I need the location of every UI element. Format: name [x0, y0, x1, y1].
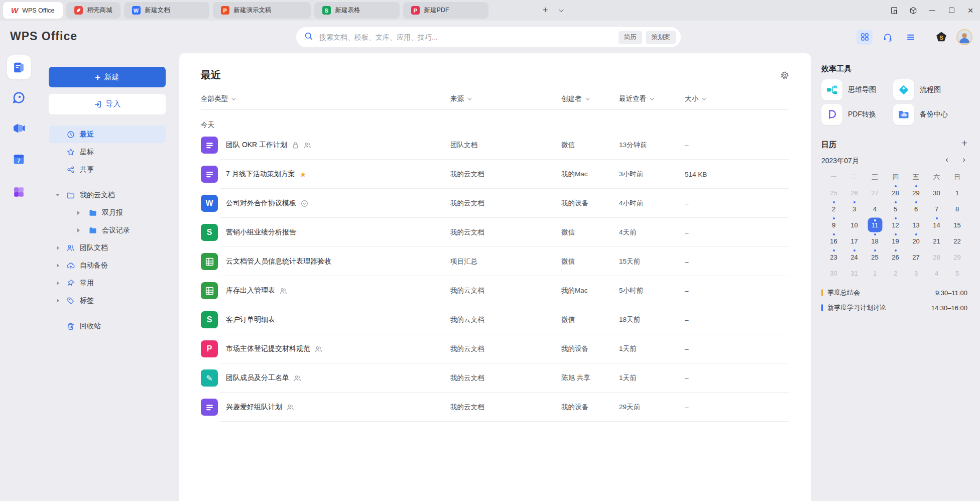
- filter-大小[interactable]: 大小: [685, 94, 705, 103]
- calendar-day[interactable]: 2: [823, 201, 844, 217]
- tab-5[interactable]: S新建表格: [314, 2, 400, 19]
- tab-2[interactable]: 稻壳商城: [66, 2, 120, 19]
- file-row[interactable]: 7 月线下活动策划方案★我的云文档我的Mac3小时前514 KB: [179, 160, 811, 189]
- maximize-button[interactable]: [942, 0, 961, 21]
- menu-icon[interactable]: [903, 30, 919, 45]
- tab-1[interactable]: WWPS Office: [3, 2, 63, 19]
- calendar-day[interactable]: 10: [844, 217, 865, 233]
- sidebar-item-团队文档[interactable]: 团队文档: [49, 239, 166, 257]
- calendar-day[interactable]: 25: [865, 249, 885, 265]
- chevron-right-icon[interactable]: [76, 228, 81, 232]
- add-event-button[interactable]: +: [961, 138, 967, 148]
- sidebar-item-双月报[interactable]: 双月报: [49, 204, 166, 221]
- calendar-day[interactable]: 3: [906, 265, 926, 281]
- chevron-right-icon[interactable]: [55, 264, 60, 268]
- calendar-day[interactable]: 29: [947, 249, 967, 265]
- calendar-day[interactable]: 31: [844, 265, 865, 281]
- filter-最近查看[interactable]: 最近查看: [619, 94, 653, 103]
- calendar-day[interactable]: 20: [906, 233, 926, 249]
- sidebar-item-会议记录[interactable]: 会议记录: [49, 221, 166, 239]
- tab-4[interactable]: P新建演示文稿: [213, 2, 311, 19]
- rail-item-chat[interactable]: [7, 85, 31, 109]
- sidebar-item-最近[interactable]: 最近: [49, 126, 166, 143]
- search-tag-chip[interactable]: 简历: [619, 31, 642, 44]
- file-row[interactable]: S营销小组业绩分析报告我的云文档微信4天前–: [179, 218, 811, 247]
- sidebar-item-自动备份[interactable]: 自动备份: [49, 257, 166, 274]
- chevron-right-icon[interactable]: [55, 246, 60, 250]
- device-button[interactable]: [885, 0, 904, 21]
- calendar-day[interactable]: 16: [823, 233, 844, 249]
- file-row[interactable]: 库存出入管理表我的云文档我的Mac5小时前–: [179, 276, 811, 305]
- calendar-day[interactable]: 9: [823, 217, 844, 233]
- calendar-day[interactable]: 8: [947, 201, 967, 217]
- file-row[interactable]: 云文档管人员信息统计表理器验收项目汇总微信15天前–: [179, 247, 811, 276]
- calendar-day[interactable]: 19: [885, 233, 906, 249]
- calendar-day[interactable]: 14: [926, 217, 947, 233]
- import-button[interactable]: 导入: [49, 94, 166, 114]
- avatar[interactable]: [956, 29, 972, 45]
- tool-流程图[interactable]: 流程图: [893, 79, 941, 100]
- calendar-day[interactable]: 22: [947, 233, 967, 249]
- calendar-day[interactable]: 7: [926, 201, 947, 217]
- new-document-button[interactable]: + 新建: [49, 67, 166, 87]
- calendar-day[interactable]: 4: [865, 201, 885, 217]
- tab-3[interactable]: W新建文档: [124, 2, 209, 19]
- headset-support-icon[interactable]: [880, 30, 896, 45]
- calendar-day[interactable]: 4: [926, 265, 947, 281]
- calendar-event[interactable]: 新季度学习计划讨论14:30–16:00: [821, 300, 969, 315]
- calendar-day-selected[interactable]: 11: [865, 217, 885, 233]
- chevron-right-icon[interactable]: [76, 211, 81, 215]
- chevron-down-icon[interactable]: [55, 194, 60, 196]
- rail-item-meeting[interactable]: [7, 116, 31, 140]
- calendar-day[interactable]: 18: [865, 233, 885, 249]
- calendar-day[interactable]: 3: [844, 201, 865, 217]
- close-button[interactable]: ×: [961, 0, 980, 21]
- calendar-day[interactable]: 25: [823, 185, 844, 201]
- calendar-day[interactable]: 27: [865, 185, 885, 201]
- sidebar-item-星标[interactable]: 星标: [49, 143, 166, 161]
- rail-item-calendar-7[interactable]: 7: [7, 147, 31, 171]
- calendar-next-button[interactable]: ›: [962, 155, 965, 164]
- calendar-day[interactable]: 12: [885, 217, 906, 233]
- home-grid-button[interactable]: [856, 30, 873, 45]
- calendar-day[interactable]: 2: [885, 265, 906, 281]
- filter-全部类型[interactable]: 全部类型: [201, 94, 234, 103]
- calendar-day[interactable]: 21: [926, 233, 947, 249]
- tool-思维导图[interactable]: 思维导图: [821, 79, 876, 100]
- tool-PDF转换[interactable]: PDF转换: [821, 104, 876, 125]
- minimize-button[interactable]: [923, 0, 942, 21]
- file-row[interactable]: ✎团队成员及分工名单我的云文档陈旭 共享1天前–: [179, 363, 811, 393]
- search-input[interactable]: [318, 33, 619, 42]
- tab-6[interactable]: P新建PDF: [403, 2, 488, 19]
- calendar-day[interactable]: 17: [844, 233, 865, 249]
- calendar-day[interactable]: 27: [906, 249, 926, 265]
- calendar-day[interactable]: 26: [844, 185, 865, 201]
- sidebar-item-回收站[interactable]: 回收站: [49, 317, 166, 335]
- sidebar-item-共享[interactable]: 共享: [49, 161, 166, 178]
- rail-item-docs[interactable]: [7, 55, 31, 79]
- calendar-day[interactable]: 15: [947, 217, 967, 233]
- calendar-prev-button[interactable]: ‹: [945, 155, 948, 164]
- file-row[interactable]: 团队 OKR 工作计划团队文档微信13分钟前–: [179, 131, 811, 160]
- calendar-day[interactable]: 26: [885, 249, 906, 265]
- sidebar-item-常用[interactable]: 常用: [49, 274, 166, 292]
- rail-item-apps[interactable]: [7, 180, 31, 204]
- cube-button[interactable]: [904, 0, 923, 21]
- search-tag-chip[interactable]: 策划案: [646, 31, 676, 44]
- file-row[interactable]: S客户订单明细表我的云文档微信18天前–: [179, 305, 811, 334]
- file-row[interactable]: 兴趣爱好组队计划我的云文档我的设备29天前–: [179, 393, 811, 422]
- chevron-right-icon[interactable]: [55, 281, 60, 285]
- file-row[interactable]: W公司对外合作协议模板我的云文档我的设备4小时前–: [179, 189, 811, 218]
- calendar-day[interactable]: 24: [844, 249, 865, 265]
- calendar-day[interactable]: 5: [947, 265, 967, 281]
- chevron-right-icon[interactable]: [55, 299, 60, 303]
- calendar-day[interactable]: 6: [906, 201, 926, 217]
- calendar-day[interactable]: 28: [885, 185, 906, 201]
- calendar-day[interactable]: 30: [926, 185, 947, 201]
- calendar-day[interactable]: 1: [947, 185, 967, 201]
- gear-icon[interactable]: [780, 70, 790, 80]
- calendar-day[interactable]: 29: [906, 185, 926, 201]
- calendar-day[interactable]: 28: [926, 249, 947, 265]
- filter-来源[interactable]: 来源: [450, 94, 470, 103]
- sidebar-item-标签[interactable]: 标签: [49, 292, 166, 309]
